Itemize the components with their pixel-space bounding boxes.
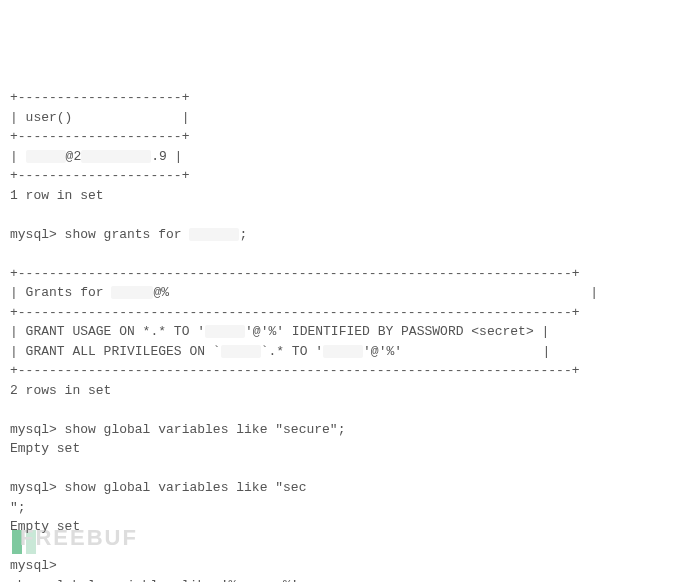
mysql-command: mysql> show global variables like "secur… (10, 422, 345, 437)
output-line: Empty set (10, 519, 80, 534)
output-line: | @2.9 | (10, 149, 182, 164)
redacted-text (205, 325, 245, 338)
mysql-command: show global variables like '%secure%'; (10, 578, 306, 583)
output-line: +---------------------+ (10, 90, 189, 105)
output-line: | user() | (10, 110, 189, 125)
output-line: | Grants for @% | (10, 285, 598, 300)
output-line: +---------------------+ (10, 168, 189, 183)
output-line: +---------------------------------------… (10, 363, 580, 378)
output-line: +---------------------------------------… (10, 266, 580, 281)
mysql-prompt: mysql> (10, 558, 57, 573)
output-line: | GRANT USAGE ON *.* TO ''@'%' IDENTIFIE… (10, 324, 549, 339)
redacted-text (221, 345, 261, 358)
redacted-text (189, 228, 239, 241)
redacted-text (81, 150, 151, 163)
output-line: +---------------------------------------… (10, 305, 580, 320)
redacted-text (111, 286, 153, 299)
mysql-terminal: +---------------------+ | user() | +----… (10, 88, 680, 582)
redacted-text (323, 345, 363, 358)
output-line: +---------------------+ (10, 129, 189, 144)
output-line: 2 rows in set (10, 383, 111, 398)
mysql-command: mysql> show global variables like "sec (10, 480, 306, 495)
output-line: "; (10, 500, 26, 515)
output-line: | GRANT ALL PRIVILEGES ON ``.* TO ''@'%'… (10, 344, 550, 359)
output-line: 1 row in set (10, 188, 104, 203)
output-line: Empty set (10, 441, 80, 456)
mysql-command: mysql> show grants for ; (10, 227, 247, 242)
redacted-text (26, 150, 66, 163)
